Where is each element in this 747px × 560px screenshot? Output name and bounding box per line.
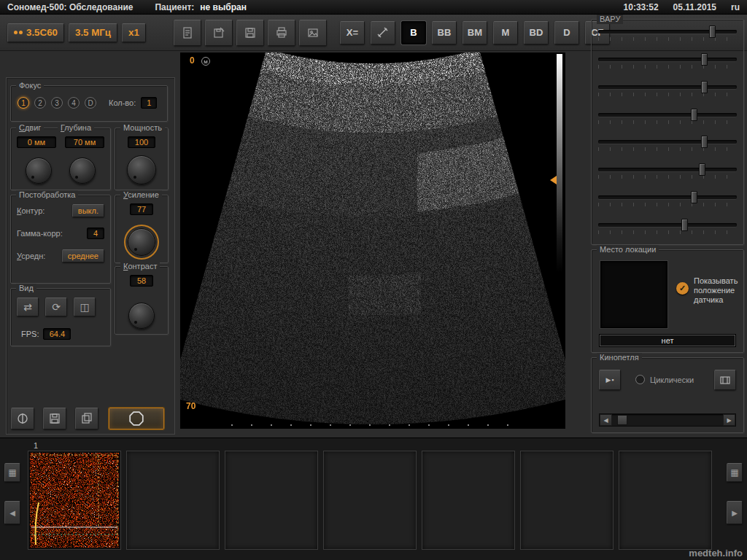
power-legend: Мощность bbox=[120, 123, 165, 133]
mode-button-bb[interactable]: BB bbox=[432, 21, 457, 44]
save-exam-button[interactable] bbox=[43, 408, 66, 429]
average-button[interactable]: среднее bbox=[62, 249, 104, 262]
tgc-slider-row bbox=[598, 27, 737, 47]
tgc-slider-handle[interactable] bbox=[701, 81, 708, 93]
thumb-prev-button[interactable]: ◀ bbox=[4, 501, 20, 524]
export-image-icon bbox=[306, 26, 320, 39]
mode-button-bd[interactable]: BD bbox=[524, 21, 549, 44]
film-slot-filled[interactable] bbox=[28, 451, 121, 550]
export-image-button[interactable] bbox=[299, 20, 327, 46]
depth-knob[interactable] bbox=[69, 158, 96, 184]
contrast-legend: Контраст bbox=[120, 262, 160, 271]
focus-group: Фокус 1 2 3 4 D Кол-во: 1 bbox=[10, 85, 168, 122]
print-button[interactable] bbox=[268, 20, 295, 46]
tgc-slider-track[interactable] bbox=[598, 85, 737, 89]
filmstrip-slots bbox=[28, 451, 712, 550]
location-none-button[interactable]: нет bbox=[599, 334, 736, 347]
standby-button[interactable] bbox=[11, 408, 34, 429]
film-slot-empty[interactable] bbox=[126, 451, 220, 550]
thumb-next-button[interactable]: ▶ bbox=[727, 501, 743, 524]
film-thumb-canvas[interactable] bbox=[30, 453, 119, 548]
tgc-slider-handle[interactable] bbox=[681, 219, 688, 231]
split-view-button[interactable]: ◫ bbox=[74, 298, 96, 316]
cine-scroll-track[interactable] bbox=[612, 414, 723, 426]
contrast-knob[interactable] bbox=[128, 303, 155, 329]
tgc-slider-track[interactable] bbox=[598, 223, 737, 227]
tgc-slider-row bbox=[598, 137, 737, 157]
play-icon: ▶ bbox=[605, 376, 611, 384]
focus-depth-marker[interactable] bbox=[546, 176, 557, 184]
tgc-slider-handle[interactable] bbox=[701, 53, 708, 66]
language-indicator[interactable]: ru bbox=[731, 2, 740, 12]
save-button[interactable] bbox=[236, 20, 264, 46]
tgc-slider-handle[interactable] bbox=[699, 163, 705, 176]
film-slot-empty[interactable] bbox=[225, 451, 318, 550]
tgc-slider-handle[interactable] bbox=[691, 109, 697, 121]
focus-legend: Фокус bbox=[16, 81, 44, 90]
tgc-slider-track[interactable] bbox=[598, 195, 737, 199]
cine-scroll-left[interactable]: ◀ bbox=[600, 414, 612, 426]
gamma-label: Гамма-корр: bbox=[17, 229, 63, 238]
mode-button-d[interactable]: D bbox=[554, 21, 579, 44]
left-control-panel: Фокус 1 2 3 4 D Кол-во: 1 Сдвиг Глубина … bbox=[6, 77, 175, 435]
film-slot-empty[interactable] bbox=[520, 451, 614, 550]
focus-option-2[interactable]: 2 bbox=[34, 97, 46, 109]
contour-label: Контур: bbox=[17, 206, 44, 215]
power-knob[interactable] bbox=[127, 155, 156, 184]
mode-button-bm[interactable]: BM bbox=[462, 21, 487, 44]
tgc-slider-track[interactable] bbox=[598, 58, 737, 61]
cine-cyclic-radio[interactable] bbox=[635, 375, 645, 384]
film-slot-empty[interactable] bbox=[323, 451, 417, 550]
tgc-slider-track[interactable] bbox=[598, 113, 737, 117]
zoom-button[interactable]: x1 bbox=[122, 23, 146, 42]
tgc-slider-handle[interactable] bbox=[709, 26, 716, 38]
tgc-slider-track[interactable] bbox=[598, 30, 737, 34]
cine-scroll-right[interactable]: ▶ bbox=[723, 414, 735, 426]
cine-scroll-thumb[interactable] bbox=[617, 415, 627, 425]
flip-horizontal-button[interactable]: ⇄ bbox=[17, 298, 39, 316]
focus-option-1[interactable]: 1 bbox=[18, 97, 29, 109]
cine-play-button[interactable]: ▶▪ bbox=[599, 370, 621, 390]
focus-option-d[interactable]: D bbox=[85, 97, 96, 109]
save-icon bbox=[244, 26, 257, 39]
mode-button-calc[interactable]: X= bbox=[340, 21, 365, 44]
mode-button-b[interactable]: B bbox=[401, 21, 426, 44]
rotate-button[interactable]: ⟳ bbox=[45, 298, 67, 316]
archive-button[interactable] bbox=[75, 408, 98, 429]
show-probe-checkbox[interactable]: ✓ bbox=[676, 282, 689, 295]
fps-label: FPS: bbox=[21, 330, 39, 338]
tgc-slider-track[interactable] bbox=[598, 168, 737, 171]
tgc-slider-track[interactable] bbox=[598, 140, 737, 144]
titlebar-right: 10:33:52 05.11.2015 ru bbox=[624, 2, 740, 12]
freeze-button[interactable] bbox=[109, 408, 164, 429]
zoom-label: x1 bbox=[128, 27, 139, 38]
cine-scrollbar: ◀ ▶ bbox=[599, 413, 736, 427]
focus-option-4[interactable]: 4 bbox=[68, 97, 80, 109]
tgc-slider-handle[interactable] bbox=[691, 191, 697, 203]
thumb-grid-right-button[interactable]: ▦ bbox=[727, 463, 743, 482]
cine-group: Кинопетля ▶▪ Циклически ◀ ▶ bbox=[591, 357, 744, 433]
measure-button[interactable] bbox=[371, 21, 395, 44]
show-probe-label[interactable]: Показывать положение датчика bbox=[694, 276, 739, 305]
film-slot-empty[interactable] bbox=[619, 451, 712, 550]
focus-option-3[interactable]: 3 bbox=[51, 97, 63, 109]
tgc-slider-ticks bbox=[598, 147, 737, 151]
frequency-button[interactable]: 3.5 МГц bbox=[69, 23, 117, 42]
probe-select-button[interactable]: 3.5C60 bbox=[7, 23, 64, 42]
shift-knob[interactable] bbox=[26, 158, 52, 184]
film-slot-empty[interactable] bbox=[422, 451, 515, 550]
new-exam-button[interactable] bbox=[174, 20, 201, 46]
film-slot-number: 1 bbox=[34, 441, 38, 450]
tgc-group: ВАРУ bbox=[591, 19, 744, 245]
depth-scale-top: 0 bbox=[190, 55, 195, 66]
mode-button-m[interactable]: M bbox=[493, 21, 518, 44]
contour-button[interactable]: выкл. bbox=[72, 204, 104, 217]
tgc-slider-handle[interactable] bbox=[701, 136, 708, 148]
save-edit-button[interactable] bbox=[205, 20, 233, 46]
thumb-grid-left-button[interactable]: ▦ bbox=[4, 463, 20, 482]
ultrasound-display: 0 м 70 bbox=[180, 52, 565, 429]
cine-frames-button[interactable] bbox=[714, 370, 736, 390]
copy-pages-icon bbox=[80, 412, 93, 425]
gain-knob[interactable] bbox=[128, 228, 155, 256]
cine-cyclic-label[interactable]: Циклически bbox=[650, 376, 694, 384]
